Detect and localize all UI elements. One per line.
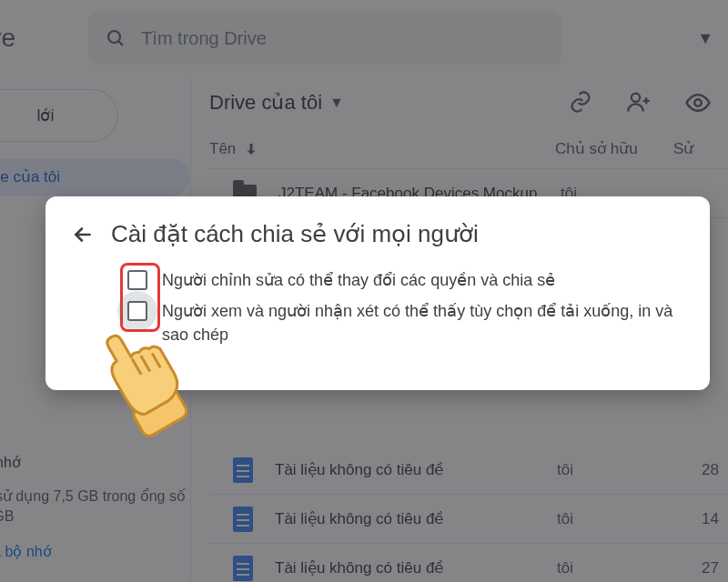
- share-settings-modal: Cài đặt cách chia sẻ với mọi người Người…: [46, 196, 710, 390]
- option-row-viewers[interactable]: Người xem và người nhận xét có thể thấy …: [127, 299, 684, 346]
- checkbox-viewers[interactable]: [127, 301, 147, 321]
- back-arrow-icon[interactable]: [71, 223, 95, 246]
- modal-header: Cài đặt cách chia sẻ với mọi người: [71, 220, 684, 248]
- option-label: Người xem và người nhận xét có thể thấy …: [162, 299, 684, 346]
- option-label: Người chỉnh sửa có thể thay đổi các quyề…: [162, 268, 555, 292]
- option-row-editors[interactable]: Người chỉnh sửa có thể thay đổi các quyề…: [127, 268, 684, 292]
- modal-title: Cài đặt cách chia sẻ với mọi người: [111, 220, 479, 248]
- checkbox-editors[interactable]: [127, 270, 147, 290]
- modal-options: Người chỉnh sửa có thể thay đổi các quyề…: [71, 268, 684, 346]
